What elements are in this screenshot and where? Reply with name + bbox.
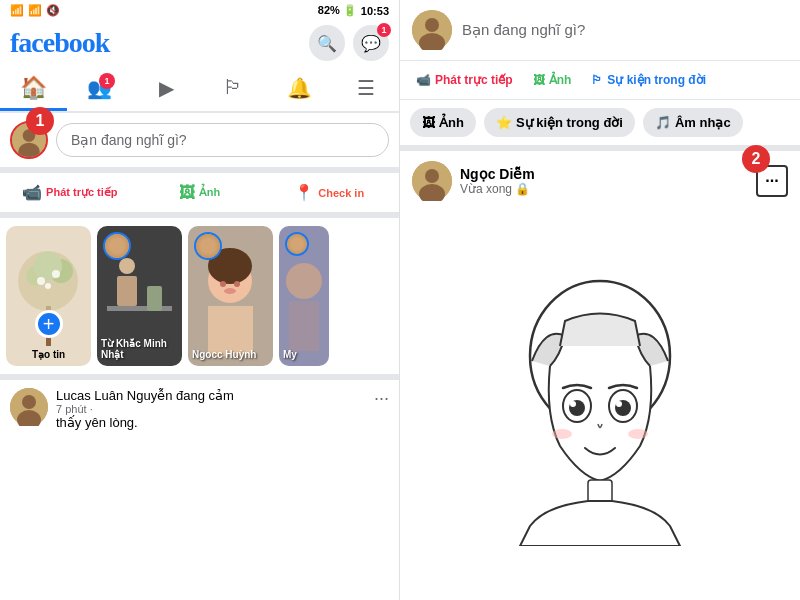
create-story-card[interactable]: + Tạo tin xyxy=(6,226,91,366)
post-meta: Lucas Luân Nguyễn đang cảm 7 phút · thấy… xyxy=(56,388,366,430)
svg-point-37 xyxy=(570,401,576,407)
photo-icon: 🖼 xyxy=(179,184,195,202)
right-photo-label: Ảnh xyxy=(549,73,572,87)
sound-icon: 🔇 xyxy=(46,4,60,17)
right-post-username: Ngọc Diễm xyxy=(460,166,748,182)
svg-point-27 xyxy=(425,18,439,32)
right-live-label: Phát trực tiếp xyxy=(435,73,513,87)
svg-point-13 xyxy=(119,258,135,274)
tab-home[interactable]: 🏠 xyxy=(0,67,67,111)
checkin-label: Check in xyxy=(318,187,364,199)
right-post-header: Ngọc Diễm Vừa xong 🔒 ··· 2 xyxy=(400,151,800,211)
right-event-label: Sự kiện trong đời xyxy=(607,73,706,87)
post-avatar-svg xyxy=(10,388,48,426)
post-more-button[interactable]: ··· xyxy=(374,388,389,409)
signal-icon: 📶 xyxy=(10,4,24,17)
svg-point-18 xyxy=(234,281,240,287)
checkin-button[interactable]: 📍 Check in xyxy=(265,177,393,208)
create-story-button[interactable]: + xyxy=(35,310,63,338)
tab-menu[interactable]: ☰ xyxy=(333,67,400,111)
messenger-badge: 1 xyxy=(377,23,391,37)
messenger-icon: 💬 xyxy=(361,34,381,53)
annotation-2: 2 xyxy=(742,145,770,173)
svg-point-21 xyxy=(286,263,322,299)
nav-tabs: 🏠 👥 1 ▶ 🏳 🔔 ☰ xyxy=(0,67,399,113)
right-photo-button[interactable]: 🖼 Ảnh xyxy=(525,67,580,93)
friends-badge: 1 xyxy=(99,73,115,89)
tab-friends[interactable]: 👥 1 xyxy=(67,67,134,111)
svg-point-17 xyxy=(220,281,226,287)
right-post-avatar xyxy=(412,161,452,201)
media-music-button[interactable]: 🎵 Âm nhạc xyxy=(643,108,743,137)
stories-row: + Tạo tin Từ Khắc Minh Nhật xyxy=(6,226,393,366)
menu-icon: ☰ xyxy=(357,76,375,100)
svg-point-40 xyxy=(628,429,648,439)
manga-svg xyxy=(450,266,750,546)
right-panel: Bạn đang nghĩ gì? 📹 Phát trực tiếp 🖼 Ảnh… xyxy=(400,0,800,600)
right-post-avatar-svg xyxy=(412,161,452,201)
search-icon: 🔍 xyxy=(317,34,337,53)
story-label-2: Ngocc Huỳnh xyxy=(192,349,269,360)
status-bar: 📶 📶 🔇 82% 🔋 10:53 xyxy=(0,0,399,21)
svg-rect-22 xyxy=(289,301,319,351)
story-avatar-3 xyxy=(285,232,309,256)
wifi-icon: 📶 xyxy=(28,4,42,17)
svg-point-8 xyxy=(37,277,45,285)
story-avatar-1 xyxy=(103,232,131,260)
story-label-3: My xyxy=(283,349,325,360)
right-event-button[interactable]: 🏳 Sự kiện trong đời xyxy=(583,67,714,93)
right-post-input[interactable]: Bạn đang nghĩ gì? xyxy=(462,21,788,39)
right-action-bar: 📹 Phát trực tiếp 🖼 Ảnh 🏳 Sự kiện trong đ… xyxy=(400,61,800,100)
tab-flag[interactable]: 🏳 xyxy=(200,67,267,111)
live-label: Phát trực tiếp xyxy=(46,186,117,199)
story-card-2[interactable]: Ngocc Huỳnh xyxy=(188,226,273,366)
photo-button[interactable]: 🖼 Ảnh xyxy=(136,177,264,208)
flag-icon: 🏳 xyxy=(223,76,243,99)
svg-point-38 xyxy=(616,401,622,407)
media-event-label: Sự kiện trong đời xyxy=(516,115,623,130)
media-event-button[interactable]: ⭐ Sự kiện trong đời xyxy=(484,108,635,137)
post-input-box[interactable]: Bạn đang nghĩ gì? xyxy=(56,123,389,157)
battery-text: 82% 🔋 xyxy=(318,4,357,17)
svg-point-30 xyxy=(425,169,439,183)
right-photo-icon: 🖼 xyxy=(533,73,545,87)
flower-illustration xyxy=(6,226,91,366)
stories-section: + Tạo tin Từ Khắc Minh Nhật xyxy=(0,218,399,380)
right-live-button[interactable]: 📹 Phát trực tiếp xyxy=(408,67,521,93)
post-input-area: 1 Bạn đang nghĩ gì? xyxy=(0,113,399,173)
right-media-bar: 🖼 Ảnh ⭐ Sự kiện trong đời 🎵 Âm nhạc xyxy=(400,100,800,151)
story-card-1[interactable]: Từ Khắc Minh Nhật xyxy=(97,226,182,366)
svg-point-9 xyxy=(52,270,60,278)
tab-bell[interactable]: 🔔 xyxy=(266,67,333,111)
media-event-icon: ⭐ xyxy=(496,115,512,130)
search-button[interactable]: 🔍 xyxy=(309,25,345,61)
right-live-icon: 📹 xyxy=(416,73,431,87)
svg-point-39 xyxy=(552,429,572,439)
svg-rect-14 xyxy=(147,286,162,311)
left-panel: 📶 📶 🔇 82% 🔋 10:53 facebook 🔍 💬 1 🏠 👥 xyxy=(0,0,400,600)
more-dots-icon: ··· xyxy=(765,172,778,190)
tab-video[interactable]: ▶ xyxy=(133,67,200,111)
post-preview: Lucas Luân Nguyễn đang cảm 7 phút · thấy… xyxy=(0,380,399,438)
right-post-time: Vừa xong 🔒 xyxy=(460,182,748,196)
media-photo-button[interactable]: 🖼 Ảnh xyxy=(410,108,476,137)
svg-point-10 xyxy=(45,283,51,289)
right-user-avatar xyxy=(412,10,452,50)
status-signal: 📶 📶 🔇 xyxy=(10,4,60,17)
post-action-buttons: 📹 Phát trực tiếp 🖼 Ảnh 📍 Check in xyxy=(0,173,399,218)
live-button[interactable]: 📹 Phát trực tiếp xyxy=(6,177,134,208)
time-text: 10:53 xyxy=(361,5,389,17)
live-icon: 📹 xyxy=(22,183,42,202)
svg-point-24 xyxy=(22,395,36,409)
right-header: Bạn đang nghĩ gì? xyxy=(400,0,800,61)
photo-label: Ảnh xyxy=(199,186,220,199)
messenger-button[interactable]: 💬 1 xyxy=(353,25,389,61)
story-avatar-2 xyxy=(194,232,222,260)
story-card-3[interactable]: My xyxy=(279,226,329,366)
media-photo-icon: 🖼 xyxy=(422,115,435,130)
fb-header: facebook 🔍 💬 1 xyxy=(0,21,399,67)
video-icon: ▶ xyxy=(159,76,174,100)
home-icon: 🏠 xyxy=(20,75,47,101)
post-user-name: Lucas Luân Nguyễn đang cảm xyxy=(56,388,366,403)
header-icons: 🔍 💬 1 xyxy=(309,25,389,61)
